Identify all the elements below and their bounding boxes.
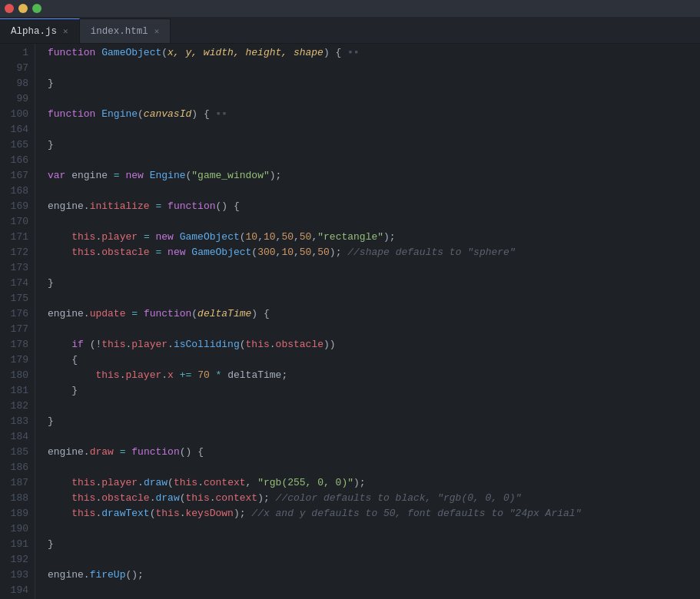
line-num-168: 168 — [0, 184, 28, 199]
code-line-190 — [48, 521, 700, 537]
line-num-169: 169 — [0, 199, 28, 214]
line-num-181: 181 — [0, 383, 28, 399]
line-num-185: 185 — [0, 445, 28, 460]
code-line-189: this.drawText(this.keysDown); //x and y … — [48, 506, 700, 521]
code-line-165: } — [48, 137, 700, 153]
code-line-182 — [48, 399, 700, 414]
code-line-180: this.player.x += 70 * deltaTime; — [48, 368, 700, 383]
line-numbers: 1979899100164165166167168169170171172173… — [0, 44, 35, 599]
title-bar — [0, 0, 700, 17]
line-num-175: 175 — [0, 291, 28, 306]
code-line-98: } — [48, 76, 700, 91]
code-line-179: { — [48, 352, 700, 368]
line-num-173: 173 — [0, 260, 28, 276]
code-line-164 — [48, 122, 700, 137]
code-line-193: engine.fireUp(); — [48, 568, 700, 583]
code-line-174: } — [48, 276, 700, 291]
line-num-179: 179 — [0, 352, 28, 368]
code-line-170 — [48, 214, 700, 230]
line-num-183: 183 — [0, 414, 28, 429]
line-num-170: 170 — [0, 214, 28, 230]
close-button[interactable] — [5, 4, 14, 13]
tab-bar: Alpha.js ✕ index.html ✕ — [0, 17, 700, 44]
line-num-98: 98 — [0, 76, 28, 91]
minimize-button[interactable] — [18, 4, 28, 13]
tab-alpha-js-close[interactable]: ✕ — [63, 26, 68, 36]
line-num-174: 174 — [0, 276, 28, 291]
line-num-189: 189 — [0, 506, 28, 521]
line-num-192: 192 — [0, 552, 28, 568]
code-line-175 — [48, 291, 700, 306]
tab-index-html[interactable]: index.html ✕ — [80, 18, 171, 43]
line-num-194: 194 — [0, 583, 28, 598]
line-num-188: 188 — [0, 491, 28, 506]
line-num-178: 178 — [0, 337, 28, 352]
line-num-177: 177 — [0, 322, 28, 337]
tab-index-html-label: index.html — [91, 26, 148, 37]
line-num-171: 171 — [0, 230, 28, 245]
code-content[interactable]: function GameObject(x, y, width, height,… — [35, 44, 700, 599]
tab-index-html-close[interactable]: ✕ — [154, 26, 160, 36]
code-line-178: if (!this.player.isColliding(this.obstac… — [48, 337, 700, 352]
code-line-183: } — [48, 414, 700, 429]
code-line-192 — [48, 552, 700, 568]
line-num-182: 182 — [0, 399, 28, 414]
editor: 1979899100164165166167168169170171172173… — [0, 44, 700, 599]
maximize-button[interactable] — [32, 4, 41, 13]
line-num-165: 165 — [0, 137, 28, 153]
tab-alpha-js[interactable]: Alpha.js ✕ — [0, 18, 80, 43]
code-line-176: engine.update = function(deltaTime) { — [48, 306, 700, 322]
line-num-187: 187 — [0, 475, 28, 491]
code-line-191: } — [48, 537, 700, 552]
code-line-99 — [48, 91, 700, 107]
line-num-1: 1 — [0, 45, 28, 61]
code-line-166 — [48, 153, 700, 168]
code-line-171: this.player = new GameObject(10,10,50,50… — [48, 230, 700, 245]
code-line-194 — [48, 583, 700, 598]
line-num-172: 172 — [0, 245, 28, 260]
code-line-97 — [48, 61, 700, 76]
line-num-191: 191 — [0, 537, 28, 552]
tab-alpha-js-label: Alpha.js — [11, 26, 57, 37]
line-num-186: 186 — [0, 460, 28, 475]
code-line-167: var engine = new Engine("game_window"); — [48, 168, 700, 184]
code-line-172: this.obstacle = new GameObject(300,10,50… — [48, 245, 700, 260]
line-num-97: 97 — [0, 61, 28, 76]
line-num-166: 166 — [0, 153, 28, 168]
line-num-164: 164 — [0, 122, 28, 137]
line-num-184: 184 — [0, 429, 28, 445]
code-line-100: function Engine(canvasId) { ▪▪ — [48, 107, 700, 122]
code-line-168 — [48, 184, 700, 199]
line-num-180: 180 — [0, 368, 28, 383]
code-line-173 — [48, 260, 700, 276]
code-line-188: this.obstacle.draw(this.context); //colo… — [48, 491, 700, 506]
code-line-169: engine.initialize = function() { — [48, 199, 700, 214]
line-num-190: 190 — [0, 521, 28, 537]
code-line-177 — [48, 322, 700, 337]
code-line-184 — [48, 429, 700, 445]
code-line-181: } — [48, 383, 700, 399]
line-num-100: 100 — [0, 107, 28, 122]
code-line-1: function GameObject(x, y, width, height,… — [48, 45, 700, 61]
line-num-99: 99 — [0, 91, 28, 107]
code-line-187: this.player.draw(this.context, "rgb(255,… — [48, 475, 700, 491]
line-num-167: 167 — [0, 168, 28, 184]
code-line-186 — [48, 460, 700, 475]
code-line-185: engine.draw = function() { — [48, 445, 700, 460]
line-num-176: 176 — [0, 306, 28, 322]
line-num-193: 193 — [0, 568, 28, 583]
